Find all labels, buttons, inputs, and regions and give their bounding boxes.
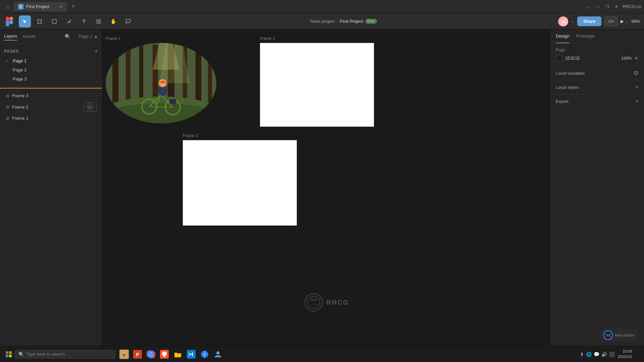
browser-controls: ⌄ xyxy=(584,2,593,11)
right-panel: Design Prototype Page 1E1E1E 100% 👁 Loca… xyxy=(550,29,644,346)
components-tool-button[interactable] xyxy=(93,15,105,27)
sys-tray-arrow[interactable]: ⬆ xyxy=(580,352,584,357)
zoom-level-button[interactable]: 99% xyxy=(631,19,640,24)
window-maximize-button[interactable]: ❐ xyxy=(602,2,612,11)
add-page-button[interactable]: + xyxy=(94,48,98,54)
svg-point-57 xyxy=(150,353,152,356)
page-item-3[interactable]: Page 3 xyxy=(4,74,98,83)
taskbar-datetime[interactable]: 10:09 2023/1/5 xyxy=(618,349,632,359)
pages-section-header: Pages + xyxy=(4,46,98,56)
tab-design[interactable]: Design xyxy=(556,29,569,43)
free-badge: Free xyxy=(365,19,377,24)
layer-frame-1[interactable]: ⊞ Frame 1 xyxy=(0,114,102,123)
page-selector[interactable]: Page 1 ▲ xyxy=(78,34,98,39)
browser-chevron-down[interactable]: ⌄ xyxy=(584,2,593,11)
taskbar-app-powerpoint[interactable]: P xyxy=(131,348,144,360)
breadcrumb-chevron[interactable]: ⌄ xyxy=(379,19,383,24)
page-selector-label: Page 1 xyxy=(78,34,92,39)
layer-frame-1-label: Frame 1 xyxy=(12,116,28,121)
frame-3-label: Frame 3 xyxy=(183,133,297,138)
tab-prototype[interactable]: Prototype xyxy=(576,29,595,43)
frame-1-label: Frame 1 xyxy=(106,36,220,41)
svg-point-62 xyxy=(216,351,220,355)
page-color-hex[interactable]: 1E1E1E xyxy=(565,56,619,61)
figma-logo[interactable] xyxy=(4,16,15,27)
svg-rect-5 xyxy=(38,20,41,23)
hand-tool-button[interactable]: ✋ xyxy=(107,15,119,27)
toolbar-right: U ⌄ Share </> ▶ ⌄ 99% xyxy=(558,16,640,26)
page-selector-chevron: ▲ xyxy=(94,34,98,39)
project-name[interactable]: First Project xyxy=(340,19,363,24)
comment-tool-button[interactable] xyxy=(122,15,134,27)
layer-frame-3[interactable]: ⊞ Frame 3 xyxy=(0,91,102,100)
svg-rect-47 xyxy=(9,351,12,354)
taskbar-app-web[interactable] xyxy=(199,348,211,360)
play-button[interactable]: ▶ ⌄ xyxy=(621,19,629,24)
window-close-button[interactable]: ✕ xyxy=(612,2,621,11)
local-styles-row: Local styles + xyxy=(550,80,644,95)
page-color-swatch[interactable] xyxy=(556,55,562,62)
toolbar-breadcrumb-center: Team project / First Project Free ⌄ xyxy=(137,19,555,24)
taskbar-app-files[interactable] xyxy=(172,348,184,360)
app-name-label: RRCG.cn xyxy=(623,4,641,9)
browser-home-button[interactable]: ⌂ xyxy=(3,1,13,12)
frame-1-box[interactable] xyxy=(106,43,220,127)
taskbar-app-1[interactable] xyxy=(118,348,130,360)
sys-chat-icon[interactable]: 💬 xyxy=(594,352,599,357)
tab-assets[interactable]: Assets xyxy=(22,33,36,40)
share-button[interactable]: Share xyxy=(577,16,601,26)
eye-icon[interactable]: 👁 xyxy=(634,56,639,61)
svg-text:RRCG: RRCG xyxy=(88,107,93,109)
page-item-1[interactable]: ✓ Page 1 xyxy=(4,56,98,65)
pen-tool-button[interactable] xyxy=(63,15,75,27)
frame-2-box[interactable] xyxy=(260,43,374,127)
search-icon[interactable]: 🔍 xyxy=(65,34,70,39)
layer-frame-2[interactable]: ⊞ Frame 2 RRCG xyxy=(0,100,102,114)
local-variables-settings-icon[interactable]: ⚙ xyxy=(633,69,639,77)
export-add-button[interactable]: + xyxy=(635,98,639,105)
browser-tab-first-project[interactable]: F First Project ✕ xyxy=(13,2,67,11)
frame-tool-button[interactable] xyxy=(34,15,46,27)
svg-rect-23 xyxy=(112,43,118,123)
taskbar-app-brave[interactable] xyxy=(158,348,170,360)
page-active-checkmark: ✓ xyxy=(5,59,10,63)
taskbar-app-chrome[interactable] xyxy=(145,348,157,360)
svg-rect-48 xyxy=(6,355,8,357)
user-avatar[interactable]: U xyxy=(558,16,568,26)
frame-3-icon: ⊞ xyxy=(5,94,10,98)
local-styles-label: Local styles xyxy=(556,85,579,90)
browser-bar: ⌂ F First Project ✕ + ⌄ — ❐ ✕ RRCG.cn xyxy=(0,0,644,13)
sys-battery-icon[interactable]: ⬛ xyxy=(609,352,615,357)
shape-tool-button[interactable] xyxy=(48,15,60,27)
text-tool-button[interactable]: T xyxy=(78,15,90,27)
page-item-2[interactable]: Page 2 xyxy=(4,65,98,74)
svg-text:P: P xyxy=(136,352,139,357)
new-tab-button[interactable]: + xyxy=(68,2,78,11)
svg-rect-2 xyxy=(6,20,9,24)
frame-1-image xyxy=(106,43,216,123)
code-view-button[interactable]: </> xyxy=(604,16,618,26)
taskbar-app-user[interactable] xyxy=(212,348,224,360)
sys-network-icon[interactable]: 🌐 xyxy=(586,352,592,357)
frame-2-label: Frame 2 xyxy=(260,36,374,41)
sys-volume-icon[interactable]: 🔊 xyxy=(601,352,607,357)
move-tool-button[interactable] xyxy=(19,15,31,27)
taskbar-search-bar[interactable]: 🔍 Type here to search xyxy=(15,350,115,359)
avatar-chevron[interactable]: ⌄ xyxy=(571,19,575,24)
tab-layers[interactable]: Layers xyxy=(4,32,17,41)
play-icon: ▶ xyxy=(621,19,624,24)
window-minimize-button[interactable]: — xyxy=(593,2,602,11)
zoom-value: 99% xyxy=(631,19,640,24)
meta-brains-widget[interactable]: MB Meta Brains xyxy=(599,328,639,342)
canvas[interactable]: Frame 1 xyxy=(102,29,550,346)
page-color-opacity[interactable]: 100% xyxy=(621,56,632,61)
show-desktop-button[interactable] xyxy=(636,348,641,360)
frame-3-box[interactable] xyxy=(183,140,297,226)
tab-close-button[interactable]: ✕ xyxy=(59,4,62,9)
meta-brains-avatar: MB xyxy=(603,330,613,340)
taskbar-date-value: 2023/1/5 xyxy=(618,354,632,359)
play-chevron[interactable]: ⌄ xyxy=(625,19,629,24)
taskbar-app-vscode[interactable] xyxy=(185,348,197,360)
local-styles-add-button[interactable]: + xyxy=(635,84,639,91)
start-button[interactable] xyxy=(3,348,15,360)
